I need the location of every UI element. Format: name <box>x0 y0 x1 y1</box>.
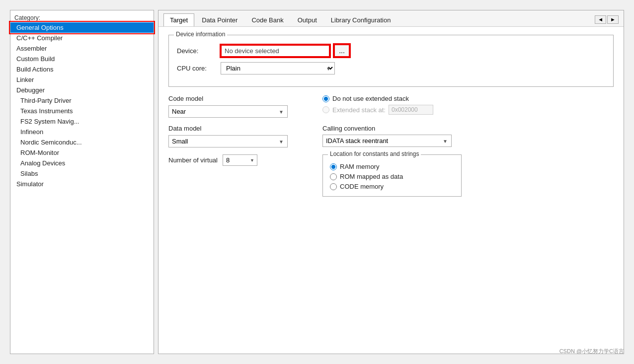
sidebar-item-custom-build[interactable]: Custom Build <box>10 54 154 64</box>
sidebar: Category: General Options C/C++ Compiler… <box>10 10 154 354</box>
sidebar-item-assembler[interactable]: Assembler <box>10 43 154 54</box>
code-model-dropdown-wrapper: Near Banked Large Huge <box>168 105 288 118</box>
extended-stack-radio[interactable] <box>322 106 329 113</box>
tab-target[interactable]: Target <box>163 13 194 26</box>
data-model-row: Data model Small Large Huge Calling conv… <box>168 125 614 147</box>
code-model-row: Code model Near Banked Large Huge <box>168 95 614 118</box>
data-model-label: Data model <box>168 125 308 132</box>
constants-radio-group: RAM memory ROM mapped as data CODE memor… <box>330 163 454 190</box>
code-model-select[interactable]: Near Banked Large Huge <box>168 105 288 118</box>
sidebar-item-third-party[interactable]: Third-Party Driver <box>10 95 154 106</box>
sidebar-item-cpp-compiler[interactable]: C/C++ Compiler <box>10 33 154 43</box>
calling-convention-label: Calling convention <box>322 125 614 132</box>
sidebar-item-infineon[interactable]: Infineon <box>10 127 154 137</box>
stack-radio-group: Do not use extended stack Extended stack… <box>322 95 614 115</box>
ram-memory-row: RAM memory <box>330 163 454 170</box>
code-model-label: Code model <box>168 95 308 102</box>
device-input[interactable] <box>221 45 330 57</box>
ram-memory-radio[interactable] <box>330 163 337 170</box>
virtual-registers-col: Number of virtual 4 6 8 10 12 14 16 <box>168 154 308 197</box>
code-model-col: Code model Near Banked Large Huge <box>168 95 308 118</box>
sidebar-item-silabs[interactable]: Silabs <box>10 168 154 179</box>
no-extended-stack-label: Do not use extended stack <box>332 95 409 102</box>
virtual-select[interactable]: 4 6 8 10 12 14 16 <box>223 154 257 166</box>
tab-data-pointer[interactable]: Data Pointer <box>195 13 244 26</box>
no-extended-stack-row: Do not use extended stack <box>322 95 614 102</box>
sidebar-item-fs2[interactable]: FS2 System Navig... <box>10 116 154 127</box>
sidebar-item-nordic[interactable]: Nordic Semiconduc... <box>10 137 154 147</box>
device-browse-button[interactable]: ... <box>334 44 350 57</box>
virtual-label: Number of virtual <box>168 156 218 164</box>
device-info-legend: Device information <box>174 31 227 38</box>
rom-mapped-label: ROM mapped as data <box>340 173 403 180</box>
sidebar-item-linker[interactable]: Linker <box>10 74 154 85</box>
extended-stack-label: Extended stack at: <box>332 106 386 114</box>
tab-code-bank[interactable]: Code Bank <box>245 13 290 26</box>
cpu-core-dropdown-wrapper: Plain <box>221 62 335 74</box>
sidebar-item-analog[interactable]: Analog Devices <box>10 158 154 168</box>
device-label: Device: <box>177 47 217 55</box>
sidebar-item-general-options[interactable]: General Options <box>10 22 154 33</box>
constants-legend: Location for constants and strings <box>328 150 421 157</box>
tab-next-button[interactable]: ► <box>607 15 619 24</box>
cpu-core-select[interactable]: Plain <box>221 62 335 74</box>
content-body: Device information Device: ... CPU core:… <box>158 27 624 354</box>
sidebar-item-simulator[interactable]: Simulator <box>10 179 154 189</box>
data-model-select[interactable]: Small Large Huge <box>168 135 288 147</box>
no-extended-stack-radio[interactable] <box>322 95 329 102</box>
sidebar-item-debugger[interactable]: Debugger <box>10 85 154 95</box>
calling-convention-select[interactable]: IDATA stack reentrant XDATA stack reentr… <box>322 135 452 147</box>
sidebar-item-rom-monitor[interactable]: ROM-Monitor <box>10 147 154 158</box>
device-info-section: Device information Device: ... CPU core:… <box>168 35 614 87</box>
watermark: CSDN @小忆努力学C语言 <box>559 348 624 355</box>
rom-mapped-row: ROM mapped as data <box>330 173 454 180</box>
tab-prev-button[interactable]: ◄ <box>595 15 606 24</box>
calling-convention-col: Calling convention IDATA stack reentrant… <box>322 125 614 147</box>
code-memory-radio[interactable] <box>330 183 337 190</box>
tab-library-configuration[interactable]: Library Configuration <box>324 13 397 26</box>
tab-nav-buttons: ◄ ► <box>595 15 619 24</box>
extended-stack-value <box>389 105 433 115</box>
data-model-dropdown-wrapper: Small Large Huge <box>168 135 288 147</box>
content-panel: Target Data Pointer Code Bank Output Lib… <box>158 10 624 354</box>
virtual-constants-row: Number of virtual 4 6 8 10 12 14 16 <box>168 154 614 197</box>
code-memory-row: CODE memory <box>330 183 454 190</box>
category-label: Category: <box>10 12 154 22</box>
tab-output[interactable]: Output <box>291 13 323 26</box>
sidebar-item-build-actions[interactable]: Build Actions <box>10 64 154 74</box>
ram-memory-label: RAM memory <box>340 163 379 170</box>
calling-convention-dropdown-wrapper: IDATA stack reentrant XDATA stack reentr… <box>322 135 452 147</box>
stack-options-col: Do not use extended stack Extended stack… <box>322 95 614 118</box>
code-memory-label: CODE memory <box>340 183 384 190</box>
constants-col: Location for constants and strings RAM m… <box>322 154 614 197</box>
constants-box: Location for constants and strings RAM m… <box>322 154 462 197</box>
rom-mapped-radio[interactable] <box>330 173 337 180</box>
tabs-bar: Target Data Pointer Code Bank Output Lib… <box>158 10 624 27</box>
virtual-row: Number of virtual 4 6 8 10 12 14 16 <box>168 154 308 166</box>
extended-stack-row: Extended stack at: <box>322 105 614 115</box>
virtual-select-wrapper: 4 6 8 10 12 14 16 <box>223 154 257 166</box>
cpu-core-label: CPU core: <box>177 65 217 72</box>
data-model-col: Data model Small Large Huge <box>168 125 308 147</box>
sidebar-item-texas[interactable]: Texas Instruments <box>10 106 154 116</box>
